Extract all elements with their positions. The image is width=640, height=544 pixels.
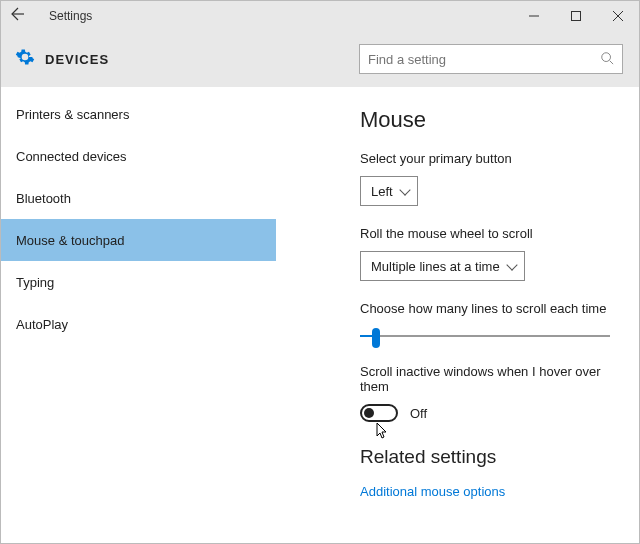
back-button[interactable]: [1, 6, 33, 26]
window-title: Settings: [33, 9, 92, 23]
titlebar: Settings: [1, 1, 639, 31]
cursor-icon: [376, 422, 390, 440]
sidebar-item-label: AutoPlay: [16, 317, 68, 332]
sidebar-item-printers[interactable]: Printers & scanners: [1, 93, 276, 135]
svg-rect-1: [572, 12, 581, 21]
additional-mouse-options-link[interactable]: Additional mouse options: [360, 484, 615, 499]
related-heading: Related settings: [360, 446, 615, 468]
svg-point-4: [602, 52, 611, 61]
sidebar-item-label: Typing: [16, 275, 54, 290]
chevron-down-icon: [399, 184, 410, 195]
svg-line-5: [610, 60, 614, 64]
slider-thumb[interactable]: [372, 328, 380, 348]
wheel-scroll-select[interactable]: Multiple lines at a time: [360, 251, 525, 281]
scroll-lines-slider[interactable]: [360, 326, 610, 346]
search-box[interactable]: [359, 44, 623, 74]
scroll-inactive-toggle[interactable]: [360, 404, 398, 422]
sidebar-item-connected-devices[interactable]: Connected devices: [1, 135, 276, 177]
wheel-scroll-label: Roll the mouse wheel to scroll: [360, 226, 615, 241]
search-input[interactable]: [368, 52, 600, 67]
toggle-state-label: Off: [410, 406, 427, 421]
page-title: Mouse: [360, 107, 615, 133]
scroll-lines-label: Choose how many lines to scroll each tim…: [360, 301, 615, 316]
sidebar-item-mouse-touchpad[interactable]: Mouse & touchpad: [1, 219, 276, 261]
toggle-knob: [364, 408, 374, 418]
select-value: Left: [371, 184, 393, 199]
primary-button-select[interactable]: Left: [360, 176, 418, 206]
sidebar-item-label: Mouse & touchpad: [16, 233, 124, 248]
sidebar-item-label: Bluetooth: [16, 191, 71, 206]
chevron-down-icon: [506, 259, 517, 270]
primary-button-label: Select your primary button: [360, 151, 615, 166]
gear-icon: [15, 47, 35, 71]
sidebar-item-typing[interactable]: Typing: [1, 261, 276, 303]
sidebar-item-label: Connected devices: [16, 149, 127, 164]
maximize-button[interactable]: [555, 1, 597, 31]
scroll-inactive-label: Scroll inactive windows when I hover ove…: [360, 364, 615, 394]
slider-track: [360, 335, 610, 337]
close-button[interactable]: [597, 1, 639, 31]
search-icon: [600, 51, 614, 68]
sidebar-item-autoplay[interactable]: AutoPlay: [1, 303, 276, 345]
select-value: Multiple lines at a time: [371, 259, 500, 274]
sidebar-item-bluetooth[interactable]: Bluetooth: [1, 177, 276, 219]
minimize-button[interactable]: [513, 1, 555, 31]
section-title: DEVICES: [45, 52, 109, 67]
content: Mouse Select your primary button Left Ro…: [276, 87, 639, 543]
header: DEVICES: [1, 31, 639, 87]
sidebar: Printers & scanners Connected devices Bl…: [1, 87, 276, 543]
sidebar-item-label: Printers & scanners: [16, 107, 129, 122]
